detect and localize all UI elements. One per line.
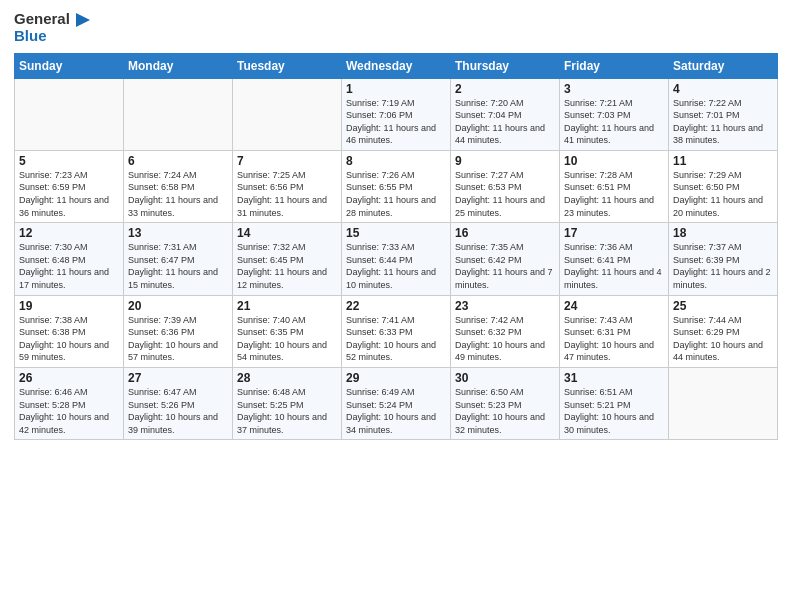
- day-info: Sunrise: 7:27 AM Sunset: 6:53 PM Dayligh…: [455, 169, 555, 219]
- day-info: Sunrise: 7:20 AM Sunset: 7:04 PM Dayligh…: [455, 97, 555, 147]
- day-info: Sunrise: 7:41 AM Sunset: 6:33 PM Dayligh…: [346, 314, 446, 364]
- calendar-week-4: 19Sunrise: 7:38 AM Sunset: 6:38 PM Dayli…: [15, 295, 778, 367]
- day-number: 17: [564, 226, 664, 240]
- day-number: 19: [19, 299, 119, 313]
- col-header-thursday: Thursday: [451, 53, 560, 78]
- calendar-cell: 27Sunrise: 6:47 AM Sunset: 5:26 PM Dayli…: [124, 368, 233, 440]
- day-info: Sunrise: 7:36 AM Sunset: 6:41 PM Dayligh…: [564, 241, 664, 291]
- day-number: 5: [19, 154, 119, 168]
- day-number: 24: [564, 299, 664, 313]
- calendar-cell: 6Sunrise: 7:24 AM Sunset: 6:58 PM Daylig…: [124, 150, 233, 222]
- day-number: 30: [455, 371, 555, 385]
- calendar-cell: 24Sunrise: 7:43 AM Sunset: 6:31 PM Dayli…: [560, 295, 669, 367]
- day-info: Sunrise: 6:47 AM Sunset: 5:26 PM Dayligh…: [128, 386, 228, 436]
- day-number: 2: [455, 82, 555, 96]
- calendar-cell: 29Sunrise: 6:49 AM Sunset: 5:24 PM Dayli…: [342, 368, 451, 440]
- calendar-header-row: SundayMondayTuesdayWednesdayThursdayFrid…: [15, 53, 778, 78]
- calendar-week-2: 5Sunrise: 7:23 AM Sunset: 6:59 PM Daylig…: [15, 150, 778, 222]
- day-info: Sunrise: 7:33 AM Sunset: 6:44 PM Dayligh…: [346, 241, 446, 291]
- calendar-cell: 8Sunrise: 7:26 AM Sunset: 6:55 PM Daylig…: [342, 150, 451, 222]
- day-info: Sunrise: 7:29 AM Sunset: 6:50 PM Dayligh…: [673, 169, 773, 219]
- day-number: 4: [673, 82, 773, 96]
- calendar-cell: [124, 78, 233, 150]
- calendar-table: SundayMondayTuesdayWednesdayThursdayFrid…: [14, 53, 778, 441]
- calendar-cell: 16Sunrise: 7:35 AM Sunset: 6:42 PM Dayli…: [451, 223, 560, 295]
- page-header: General Blue: [14, 10, 778, 45]
- calendar-week-3: 12Sunrise: 7:30 AM Sunset: 6:48 PM Dayli…: [15, 223, 778, 295]
- day-info: Sunrise: 7:42 AM Sunset: 6:32 PM Dayligh…: [455, 314, 555, 364]
- day-number: 21: [237, 299, 337, 313]
- day-info: Sunrise: 7:24 AM Sunset: 6:58 PM Dayligh…: [128, 169, 228, 219]
- day-info: Sunrise: 7:31 AM Sunset: 6:47 PM Dayligh…: [128, 241, 228, 291]
- day-number: 9: [455, 154, 555, 168]
- day-info: Sunrise: 7:26 AM Sunset: 6:55 PM Dayligh…: [346, 169, 446, 219]
- calendar-cell: 5Sunrise: 7:23 AM Sunset: 6:59 PM Daylig…: [15, 150, 124, 222]
- day-info: Sunrise: 7:23 AM Sunset: 6:59 PM Dayligh…: [19, 169, 119, 219]
- calendar-cell: 1Sunrise: 7:19 AM Sunset: 7:06 PM Daylig…: [342, 78, 451, 150]
- calendar-cell: 11Sunrise: 7:29 AM Sunset: 6:50 PM Dayli…: [669, 150, 778, 222]
- day-info: Sunrise: 7:21 AM Sunset: 7:03 PM Dayligh…: [564, 97, 664, 147]
- day-number: 7: [237, 154, 337, 168]
- day-number: 10: [564, 154, 664, 168]
- calendar-cell: 25Sunrise: 7:44 AM Sunset: 6:29 PM Dayli…: [669, 295, 778, 367]
- calendar-cell: 21Sunrise: 7:40 AM Sunset: 6:35 PM Dayli…: [233, 295, 342, 367]
- day-number: 16: [455, 226, 555, 240]
- calendar-cell: 14Sunrise: 7:32 AM Sunset: 6:45 PM Dayli…: [233, 223, 342, 295]
- calendar-cell: 22Sunrise: 7:41 AM Sunset: 6:33 PM Dayli…: [342, 295, 451, 367]
- logo-text: General Blue: [14, 10, 90, 45]
- day-number: 15: [346, 226, 446, 240]
- calendar-cell: 7Sunrise: 7:25 AM Sunset: 6:56 PM Daylig…: [233, 150, 342, 222]
- day-info: Sunrise: 7:19 AM Sunset: 7:06 PM Dayligh…: [346, 97, 446, 147]
- col-header-tuesday: Tuesday: [233, 53, 342, 78]
- day-number: 1: [346, 82, 446, 96]
- day-info: Sunrise: 6:50 AM Sunset: 5:23 PM Dayligh…: [455, 386, 555, 436]
- day-number: 31: [564, 371, 664, 385]
- day-info: Sunrise: 7:28 AM Sunset: 6:51 PM Dayligh…: [564, 169, 664, 219]
- col-header-sunday: Sunday: [15, 53, 124, 78]
- day-number: 29: [346, 371, 446, 385]
- calendar-cell: 28Sunrise: 6:48 AM Sunset: 5:25 PM Dayli…: [233, 368, 342, 440]
- day-number: 25: [673, 299, 773, 313]
- calendar-cell: 26Sunrise: 6:46 AM Sunset: 5:28 PM Dayli…: [15, 368, 124, 440]
- calendar-cell: 9Sunrise: 7:27 AM Sunset: 6:53 PM Daylig…: [451, 150, 560, 222]
- day-number: 22: [346, 299, 446, 313]
- calendar-cell: 23Sunrise: 7:42 AM Sunset: 6:32 PM Dayli…: [451, 295, 560, 367]
- day-number: 23: [455, 299, 555, 313]
- day-number: 11: [673, 154, 773, 168]
- day-number: 20: [128, 299, 228, 313]
- day-info: Sunrise: 7:22 AM Sunset: 7:01 PM Dayligh…: [673, 97, 773, 147]
- day-info: Sunrise: 7:37 AM Sunset: 6:39 PM Dayligh…: [673, 241, 773, 291]
- col-header-friday: Friday: [560, 53, 669, 78]
- day-info: Sunrise: 7:43 AM Sunset: 6:31 PM Dayligh…: [564, 314, 664, 364]
- calendar-cell: 2Sunrise: 7:20 AM Sunset: 7:04 PM Daylig…: [451, 78, 560, 150]
- calendar-cell: [669, 368, 778, 440]
- col-header-saturday: Saturday: [669, 53, 778, 78]
- day-number: 13: [128, 226, 228, 240]
- calendar-cell: 19Sunrise: 7:38 AM Sunset: 6:38 PM Dayli…: [15, 295, 124, 367]
- day-number: 26: [19, 371, 119, 385]
- svg-marker-0: [76, 13, 90, 27]
- day-info: Sunrise: 6:51 AM Sunset: 5:21 PM Dayligh…: [564, 386, 664, 436]
- day-number: 14: [237, 226, 337, 240]
- day-number: 6: [128, 154, 228, 168]
- day-number: 3: [564, 82, 664, 96]
- day-info: Sunrise: 6:46 AM Sunset: 5:28 PM Dayligh…: [19, 386, 119, 436]
- day-number: 27: [128, 371, 228, 385]
- day-number: 28: [237, 371, 337, 385]
- day-info: Sunrise: 7:40 AM Sunset: 6:35 PM Dayligh…: [237, 314, 337, 364]
- calendar-cell: [15, 78, 124, 150]
- calendar-cell: 17Sunrise: 7:36 AM Sunset: 6:41 PM Dayli…: [560, 223, 669, 295]
- day-number: 8: [346, 154, 446, 168]
- calendar-week-5: 26Sunrise: 6:46 AM Sunset: 5:28 PM Dayli…: [15, 368, 778, 440]
- col-header-monday: Monday: [124, 53, 233, 78]
- calendar-cell: 20Sunrise: 7:39 AM Sunset: 6:36 PM Dayli…: [124, 295, 233, 367]
- day-info: Sunrise: 6:48 AM Sunset: 5:25 PM Dayligh…: [237, 386, 337, 436]
- day-info: Sunrise: 7:30 AM Sunset: 6:48 PM Dayligh…: [19, 241, 119, 291]
- day-info: Sunrise: 6:49 AM Sunset: 5:24 PM Dayligh…: [346, 386, 446, 436]
- calendar-cell: 4Sunrise: 7:22 AM Sunset: 7:01 PM Daylig…: [669, 78, 778, 150]
- calendar-cell: 18Sunrise: 7:37 AM Sunset: 6:39 PM Dayli…: [669, 223, 778, 295]
- day-info: Sunrise: 7:38 AM Sunset: 6:38 PM Dayligh…: [19, 314, 119, 364]
- calendar-cell: 3Sunrise: 7:21 AM Sunset: 7:03 PM Daylig…: [560, 78, 669, 150]
- day-number: 12: [19, 226, 119, 240]
- calendar-cell: 31Sunrise: 6:51 AM Sunset: 5:21 PM Dayli…: [560, 368, 669, 440]
